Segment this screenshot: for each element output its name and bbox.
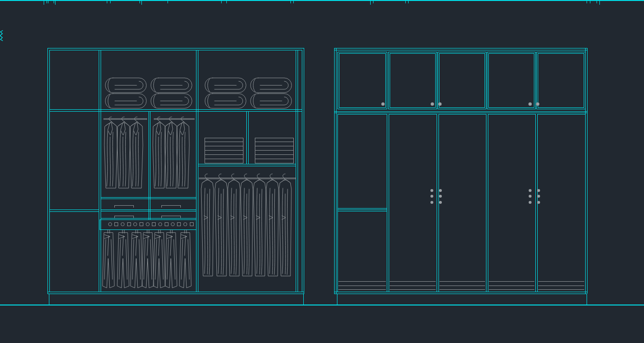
hanging-trousers: [179, 230, 191, 288]
drawer-handle: [161, 205, 180, 208]
door-knob: [431, 103, 434, 106]
hanging-coat: [228, 174, 240, 276]
folded-clothes-shelf: [105, 78, 292, 108]
drawer-handle: [114, 205, 133, 208]
door-knob: [430, 201, 433, 204]
top-cabinet-doors: [337, 52, 585, 109]
top-door-panel[interactable]: [438, 52, 486, 109]
door-knob: [382, 103, 385, 106]
top-door-panel[interactable]: [337, 52, 387, 109]
hanging-coat: [279, 174, 291, 276]
right-carcass: [334, 48, 587, 305]
door-knob: [537, 189, 540, 192]
door-knob: [529, 195, 532, 198]
door-knob: [439, 103, 442, 106]
left-outer-frame: [47, 48, 304, 294]
folded-cloth: [205, 78, 246, 93]
top-door-panel[interactable]: [388, 52, 437, 109]
door-knob: [430, 195, 433, 198]
folded-cloth: [151, 94, 192, 108]
hanging-rods: [103, 118, 296, 179]
tall-door-panel[interactable]: [337, 114, 387, 292]
clipped-text-glyph: [0, 30, 3, 41]
hanging-trousers: [131, 230, 142, 288]
hanging-trousers: [165, 230, 177, 288]
trouser-rack: [100, 219, 196, 229]
tall-door-panel[interactable]: [537, 114, 585, 292]
top-ruler-ticks: [44, 1, 599, 5]
hanging-trousers: [153, 230, 165, 288]
hanging-shirt: [177, 117, 189, 188]
door-knob: [529, 201, 532, 204]
left-carcass: [47, 48, 304, 305]
door-knob: [439, 201, 442, 204]
cad-canvas[interactable]: [0, 0, 644, 343]
tall-door-panel[interactable]: [439, 114, 486, 292]
hanging-trousers: [117, 230, 129, 288]
door-knob: [537, 201, 540, 204]
folded-cloth: [105, 78, 147, 93]
hanging-shirt: [104, 117, 117, 188]
hanging-shirt: [153, 117, 166, 188]
hanging-coat: [241, 174, 253, 276]
hanging-coat: [215, 174, 227, 276]
folded-cloth: [105, 94, 147, 108]
cad-viewport[interactable]: [0, 0, 644, 343]
drawer-handle: [114, 216, 133, 218]
drawer-handles: [114, 205, 180, 218]
door-knob: [529, 189, 532, 192]
drawer-handle: [161, 216, 180, 218]
right-wardrobe-elevation[interactable]: [334, 48, 587, 305]
tall-wardrobe-doors: [337, 114, 585, 292]
top-door-panel[interactable]: [487, 52, 535, 109]
top-door-panel[interactable]: [536, 52, 585, 109]
hanging-shirts: [104, 117, 189, 188]
door-knob: [439, 195, 442, 198]
door-handle-dots: [430, 189, 540, 204]
hanging-coat: [266, 174, 279, 276]
hanging-coat: [253, 174, 266, 276]
hanging-shirt: [165, 117, 177, 188]
door-knob: [430, 189, 433, 192]
hanging-shirt: [130, 117, 143, 188]
hanging-coat: [201, 174, 214, 276]
folded-cloth: [151, 78, 192, 93]
hanging-coats: [201, 174, 291, 276]
door-knob: [439, 189, 442, 192]
drawing-frame: [0, 0, 644, 305]
door-knob: [537, 195, 540, 198]
folded-cloth: [205, 94, 246, 108]
top-edge-line: [0, 0, 644, 1]
door-knob: [529, 103, 532, 106]
folded-cloth: [251, 78, 292, 93]
hanging-trousers: [103, 230, 191, 288]
left-wardrobe-elevation[interactable]: [47, 48, 304, 305]
door-knob: [536, 103, 540, 106]
hanging-shirt: [117, 117, 130, 188]
tall-door-panel[interactable]: [389, 114, 437, 292]
folded-cloth: [251, 94, 292, 108]
storage-baskets: [205, 138, 293, 163]
hanging-trousers: [103, 230, 114, 288]
hanging-trousers: [142, 230, 154, 288]
tall-door-panel[interactable]: [488, 114, 535, 292]
